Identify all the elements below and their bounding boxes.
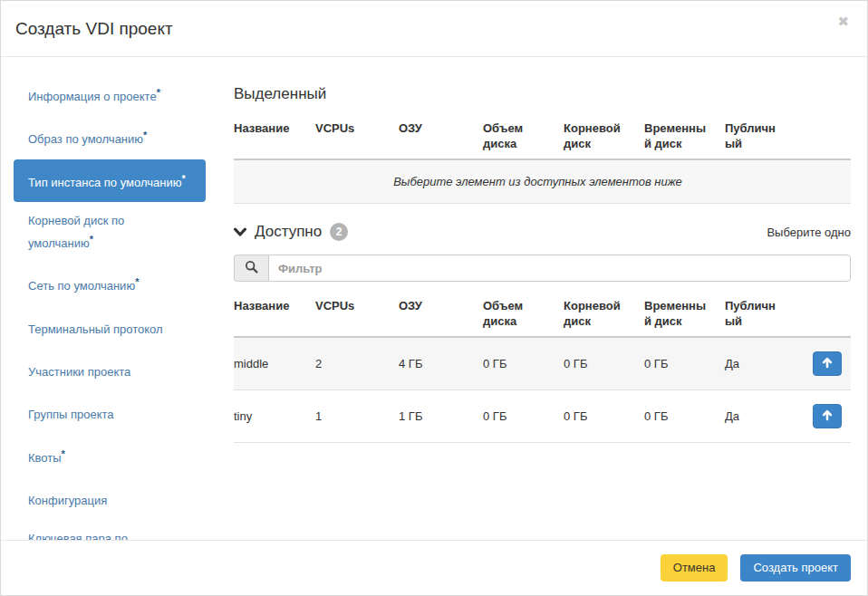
sidebar-item-configuration[interactable]: Конфигурация <box>14 477 206 520</box>
cell-ephemeral-disk: 0 ГБ <box>644 390 725 443</box>
sidebar-item-project-groups[interactable]: Группы проекта <box>14 391 206 434</box>
selection-hint: Выберите одно <box>767 226 851 239</box>
allocated-empty-message: Выберите элемент из доступных элементов … <box>234 159 851 204</box>
sidebar-item-project-info[interactable]: Информация о проекте* <box>14 73 206 116</box>
cell-public: Да <box>725 390 813 443</box>
cell-root-disk: 0 ГБ <box>564 390 644 443</box>
allocated-title: Выделенный <box>234 84 326 104</box>
column-name: Название <box>234 113 315 159</box>
sidebar-item-default-keypair[interactable]: Ключевая пара по умолчанию <box>14 520 206 540</box>
cell-ram: 1 ГБ <box>399 390 483 443</box>
cell-ephemeral-disk: 0 ГБ <box>644 337 725 390</box>
required-asterisk: * <box>135 276 139 287</box>
column-root-disk: Корневой диск <box>564 291 644 337</box>
column-ephemeral-disk: Временный диск <box>644 113 725 159</box>
column-ram: ОЗУ <box>399 113 483 159</box>
available-section-header: Доступно 2 Выберите одно <box>234 222 851 242</box>
dialog-header: Создать VDI проект ✖ <box>1 1 867 57</box>
cell-disk: 0 ГБ <box>483 390 564 443</box>
column-disk: Объем диска <box>483 291 564 337</box>
search-icon <box>245 260 258 277</box>
required-asterisk: * <box>90 234 93 245</box>
allocated-empty-row: Выберите элемент из доступных элементов … <box>234 159 851 204</box>
flavor-transfer-panel: Выделенный Название VCPUs ОЗУ Объем диск… <box>219 57 867 540</box>
required-asterisk: * <box>157 87 160 98</box>
cell-name: tiny <box>234 390 315 443</box>
close-icon[interactable]: ✖ <box>837 14 849 28</box>
dialog-body: Информация о проекте* Образ по умолчанию… <box>1 57 867 540</box>
column-name: Название <box>234 291 315 337</box>
required-asterisk: * <box>181 173 185 184</box>
cell-disk: 0 ГБ <box>483 337 564 390</box>
dialog-title: Создать VDI проект <box>15 19 173 39</box>
sidebar-item-default-root-disk[interactable]: Корневой диск по умолчанию* <box>14 202 206 263</box>
table-row: tiny 1 1 ГБ 0 ГБ 0 ГБ 0 ГБ Да <box>234 390 851 443</box>
sidebar-item-default-flavor[interactable]: Тип инстанса по умолчанию* <box>14 159 206 202</box>
dialog-footer: Отмена Создать проект <box>1 540 867 595</box>
sidebar-item-project-members[interactable]: Участники проекта <box>14 349 206 391</box>
create-vdi-project-dialog: Создать VDI проект ✖ Информация о проект… <box>0 0 868 596</box>
required-asterisk: * <box>143 130 147 140</box>
available-title: Доступно <box>255 222 322 242</box>
sidebar-item-quotas[interactable]: Квоты* <box>14 435 206 477</box>
table-row: middle 2 4 ГБ 0 ГБ 0 ГБ 0 ГБ Да <box>234 337 851 390</box>
cell-root-disk: 0 ГБ <box>564 337 644 390</box>
available-table: Название VCPUs ОЗУ Объем диска Корневой … <box>234 291 851 443</box>
cell-ram: 4 ГБ <box>399 337 483 390</box>
cell-vcpus: 1 <box>315 390 399 443</box>
create-project-button[interactable]: Создать проект <box>740 554 851 582</box>
allocated-table: Название VCPUs ОЗУ Объем диска Корневой … <box>234 113 851 204</box>
cancel-button[interactable]: Отмена <box>661 554 728 582</box>
allocated-section-header: Выделенный <box>234 84 851 104</box>
column-actions <box>813 113 851 159</box>
column-actions <box>813 291 851 337</box>
sidebar-item-default-network[interactable]: Сеть по умолчанию* <box>14 263 206 305</box>
cell-public: Да <box>725 337 813 390</box>
required-asterisk: * <box>62 448 65 459</box>
arrow-up-icon <box>821 409 834 425</box>
column-ephemeral-disk: Временный диск <box>644 291 725 337</box>
column-public: Публичный <box>725 113 813 159</box>
filter-group <box>234 255 851 282</box>
column-vcpus: VCPUs <box>315 291 399 337</box>
column-public: Публичный <box>725 291 813 337</box>
allocate-button[interactable] <box>813 351 842 376</box>
column-disk: Объем диска <box>483 113 564 159</box>
filter-input[interactable] <box>268 255 851 282</box>
chevron-down-icon[interactable] <box>234 226 246 238</box>
column-ram: ОЗУ <box>399 291 483 337</box>
available-count-badge: 2 <box>330 223 348 241</box>
sidebar-item-terminal-protocol[interactable]: Терминальный протокол <box>14 306 206 349</box>
sidebar-item-default-image[interactable]: Образ по умолчанию* <box>14 116 206 159</box>
allocate-button[interactable] <box>813 404 842 428</box>
wizard-sidebar: Информация о проекте* Образ по умолчанию… <box>1 57 219 540</box>
column-root-disk: Корневой диск <box>564 113 644 159</box>
cell-name: middle <box>234 337 315 390</box>
cell-vcpus: 2 <box>315 337 399 390</box>
search-addon <box>234 255 268 282</box>
column-vcpus: VCPUs <box>315 113 399 159</box>
arrow-up-icon <box>821 356 834 372</box>
